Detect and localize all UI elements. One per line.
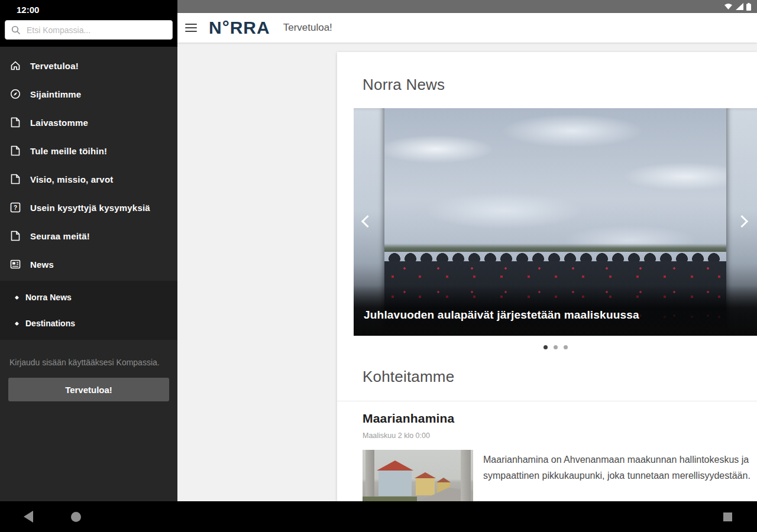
sidebar-item-tule-meille-toihin[interactable]: Tule meille töihin! xyxy=(0,137,177,165)
document-icon xyxy=(9,145,21,157)
search-box[interactable] xyxy=(5,20,173,40)
android-nav-bar xyxy=(0,501,757,532)
carousel-dot-3[interactable] xyxy=(564,345,568,349)
content-card: Norra News Juhlavuoden aulapäivät järjes… xyxy=(337,52,757,501)
home-circle-icon[interactable] xyxy=(71,512,81,522)
destination-article[interactable]: Maarianhamina Maaliskuu 2 klo 0:00 Maari… xyxy=(363,411,757,501)
drawer-submenu: Norra News Destinations xyxy=(0,281,177,340)
app-screen: N°RRA Tervetuloa! 12:00 Tervetuloa! xyxy=(0,0,757,532)
svg-text:?: ? xyxy=(14,205,17,211)
carousel-caption-text: Juhlavuoden aulapäivät järjestetään maal… xyxy=(364,309,639,322)
navigation-drawer: 12:00 Tervetuloa! Sijaintimme xyxy=(0,0,177,501)
menu-icon[interactable] xyxy=(185,24,197,32)
sidebar-item-label: Usein kysyttyjä kysymyksiä xyxy=(30,203,150,213)
sidebar-item-news[interactable]: News xyxy=(0,250,177,278)
bullet-icon xyxy=(15,321,19,325)
chevron-left-icon xyxy=(361,215,374,227)
drawer-menu: Tervetuloa! Sijaintimme Laivastomme Tule… xyxy=(0,47,177,281)
app-header: N°RRA Tervetuloa! xyxy=(177,13,757,43)
sidebar-item-laivastomme[interactable]: Laivastomme xyxy=(0,108,177,137)
sidebar-item-label: Tervetuloa! xyxy=(30,61,79,71)
norra-logo: N°RRA xyxy=(209,19,270,37)
signal-icon xyxy=(736,3,743,10)
article-title: Maarianhamina xyxy=(363,411,757,426)
news-icon xyxy=(9,258,21,270)
faq-icon: ? xyxy=(9,202,21,213)
home-icon xyxy=(9,60,21,72)
sidebar-item-label: Visio, missio, arvot xyxy=(30,174,113,184)
carousel-prev-button[interactable] xyxy=(358,213,376,231)
status-clock: 12:00 xyxy=(17,5,173,15)
sidebar-subitem-label: Destinations xyxy=(25,319,75,328)
carousel-pagination xyxy=(354,345,757,349)
sidebar-item-label: Laivastomme xyxy=(30,118,88,128)
chevron-right-icon xyxy=(736,215,748,227)
document-icon xyxy=(9,173,21,185)
bullet-icon xyxy=(15,295,19,299)
document-icon xyxy=(9,116,21,128)
sidebar-item-label: News xyxy=(30,259,54,270)
sidebar-subitem-destinations[interactable]: Destinations xyxy=(0,310,177,336)
sidebar-subitem-label: Norra News xyxy=(25,293,72,302)
compass-icon xyxy=(9,88,21,100)
status-bar xyxy=(177,0,757,13)
sidebar-item-visio-missio-arvot[interactable]: Visio, missio, arvot xyxy=(0,165,177,193)
sidebar-item-label: Sijaintimme xyxy=(30,89,81,99)
carousel-dot-1[interactable] xyxy=(544,345,548,349)
article-body: Maarianhamina on Ahvenanmaan maakunnan h… xyxy=(363,450,757,501)
page-background: Norra News Juhlavuoden aulapäivät järjes… xyxy=(177,43,757,501)
page-title: Tervetuloa! xyxy=(283,22,332,34)
destinations-section-heading: Kohteitamme xyxy=(363,368,757,386)
sidebar-item-usein-kysyttyja[interactable]: ? Usein kysyttyjä kysymyksiä xyxy=(0,193,177,222)
sidebar-subitem-norra-news[interactable]: Norra News xyxy=(0,284,177,310)
drawer-login-section: Kirjaudu sisään käyttääksesi Kompassia. … xyxy=(0,340,177,501)
article-date: Maaliskuu 2 klo 0:00 xyxy=(363,432,757,440)
document-icon xyxy=(9,230,21,242)
search-icon xyxy=(11,25,21,35)
section-divider xyxy=(337,401,757,401)
article-excerpt: Maarianhamina on Ahvenanmaan maakunnan h… xyxy=(483,450,757,501)
wifi-icon xyxy=(724,3,733,10)
sidebar-item-label: Tule meille töihin! xyxy=(30,146,107,156)
sidebar-item-label: Seuraa meitä! xyxy=(30,231,90,241)
search-input[interactable] xyxy=(27,25,166,35)
article-thumbnail xyxy=(363,450,473,501)
news-section-heading: Norra News xyxy=(363,76,757,94)
login-prompt: Kirjaudu sisään käyttääksesi Kompassia. xyxy=(9,358,168,367)
drawer-header: 12:00 xyxy=(0,0,177,47)
back-icon[interactable] xyxy=(24,511,33,523)
sidebar-item-sijaintimme[interactable]: Sijaintimme xyxy=(0,80,177,108)
battery-icon xyxy=(746,3,751,11)
news-carousel-slide[interactable]: Juhlavuoden aulapäivät järjestetään maal… xyxy=(354,108,757,336)
sidebar-item-seuraa-meita[interactable]: Seuraa meitä! xyxy=(0,222,177,250)
sidebar-item-tervetuloa[interactable]: Tervetuloa! xyxy=(0,51,177,80)
login-button[interactable]: Tervetuloa! xyxy=(8,378,169,401)
carousel-caption: Juhlavuoden aulapäivät järjestetään maal… xyxy=(354,285,757,336)
carousel-dot-2[interactable] xyxy=(554,345,558,349)
recents-icon[interactable] xyxy=(723,512,732,521)
carousel-next-button[interactable] xyxy=(735,213,752,231)
